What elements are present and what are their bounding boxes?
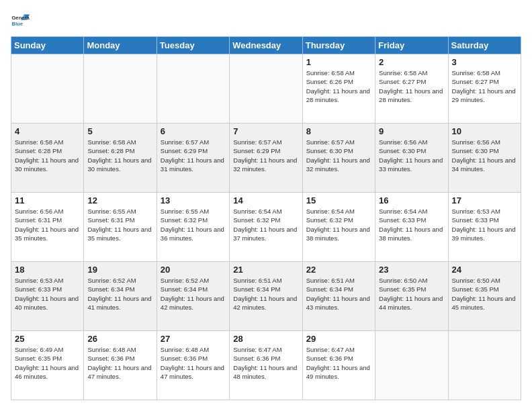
calendar-cell: 17Sunrise: 6:53 AM Sunset: 6:33 PM Dayli… [448, 193, 521, 262]
day-number: 28 [233, 334, 298, 344]
day-info: Sunrise: 6:52 AM Sunset: 6:34 PM Dayligh… [161, 276, 226, 312]
header: General Blue [11, 11, 521, 30]
day-number: 24 [452, 265, 517, 275]
calendar-cell: 24Sunrise: 6:50 AM Sunset: 6:35 PM Dayli… [448, 262, 521, 331]
svg-text:General: General [11, 15, 30, 21]
calendar-cell: 10Sunrise: 6:56 AM Sunset: 6:30 PM Dayli… [448, 124, 521, 193]
day-number: 21 [233, 265, 298, 275]
weekday-header: Monday [84, 37, 157, 54]
calendar-cell: 20Sunrise: 6:52 AM Sunset: 6:34 PM Dayli… [157, 262, 229, 331]
calendar-week-row: 4Sunrise: 6:58 AM Sunset: 6:28 PM Daylig… [11, 124, 521, 193]
calendar-cell: 23Sunrise: 6:50 AM Sunset: 6:35 PM Dayli… [375, 262, 448, 331]
calendar-cell [448, 331, 521, 400]
day-number: 3 [452, 57, 517, 67]
weekday-header: Thursday [302, 37, 375, 54]
day-number: 6 [161, 126, 226, 136]
calendar-cell: 7Sunrise: 6:57 AM Sunset: 6:29 PM Daylig… [230, 124, 302, 193]
svg-text:Blue: Blue [11, 21, 23, 27]
calendar-cell: 3Sunrise: 6:58 AM Sunset: 6:27 PM Daylig… [448, 54, 521, 124]
calendar-cell: 26Sunrise: 6:48 AM Sunset: 6:36 PM Dayli… [84, 331, 157, 400]
day-number: 29 [306, 334, 371, 344]
weekday-header: Wednesday [230, 37, 302, 54]
day-info: Sunrise: 6:47 AM Sunset: 6:36 PM Dayligh… [233, 345, 298, 381]
day-info: Sunrise: 6:50 AM Sunset: 6:35 PM Dayligh… [452, 276, 517, 312]
day-info: Sunrise: 6:51 AM Sunset: 6:34 PM Dayligh… [306, 276, 371, 312]
calendar-cell: 8Sunrise: 6:57 AM Sunset: 6:30 PM Daylig… [302, 124, 375, 193]
day-number: 12 [87, 195, 152, 205]
calendar-cell: 13Sunrise: 6:55 AM Sunset: 6:32 PM Dayli… [157, 193, 229, 262]
calendar-header-row: SundayMondayTuesdayWednesdayThursdayFrid… [11, 37, 521, 54]
day-info: Sunrise: 6:57 AM Sunset: 6:30 PM Dayligh… [306, 138, 371, 173]
calendar-cell: 16Sunrise: 6:54 AM Sunset: 6:33 PM Dayli… [375, 193, 448, 262]
day-info: Sunrise: 6:48 AM Sunset: 6:36 PM Dayligh… [161, 345, 226, 381]
day-info: Sunrise: 6:53 AM Sunset: 6:33 PM Dayligh… [15, 276, 80, 312]
calendar-cell: 29Sunrise: 6:47 AM Sunset: 6:36 PM Dayli… [302, 331, 375, 400]
day-info: Sunrise: 6:55 AM Sunset: 6:32 PM Dayligh… [161, 207, 226, 242]
calendar-cell [157, 54, 229, 124]
day-number: 1 [306, 57, 371, 67]
day-info: Sunrise: 6:53 AM Sunset: 6:33 PM Dayligh… [452, 207, 517, 242]
day-number: 14 [233, 195, 298, 205]
day-info: Sunrise: 6:51 AM Sunset: 6:34 PM Dayligh… [233, 276, 298, 312]
day-info: Sunrise: 6:54 AM Sunset: 6:33 PM Dayligh… [379, 207, 444, 242]
day-number: 15 [306, 195, 371, 205]
day-info: Sunrise: 6:58 AM Sunset: 6:28 PM Dayligh… [87, 138, 152, 173]
day-number: 26 [87, 334, 152, 344]
calendar-cell: 12Sunrise: 6:55 AM Sunset: 6:31 PM Dayli… [84, 193, 157, 262]
calendar-cell [375, 331, 448, 400]
calendar-cell: 22Sunrise: 6:51 AM Sunset: 6:34 PM Dayli… [302, 262, 375, 331]
day-info: Sunrise: 6:58 AM Sunset: 6:27 PM Dayligh… [379, 68, 444, 104]
day-info: Sunrise: 6:56 AM Sunset: 6:31 PM Dayligh… [15, 207, 80, 242]
day-number: 10 [452, 126, 517, 136]
day-number: 8 [306, 126, 371, 136]
day-info: Sunrise: 6:54 AM Sunset: 6:32 PM Dayligh… [233, 207, 298, 242]
calendar-week-row: 25Sunrise: 6:49 AM Sunset: 6:35 PM Dayli… [11, 331, 521, 400]
day-number: 18 [15, 265, 80, 275]
calendar-cell: 19Sunrise: 6:52 AM Sunset: 6:34 PM Dayli… [84, 262, 157, 331]
calendar-cell: 11Sunrise: 6:56 AM Sunset: 6:31 PM Dayli… [11, 193, 84, 262]
day-number: 17 [452, 195, 517, 205]
logo-icon: General Blue [11, 11, 30, 30]
day-number: 25 [15, 334, 80, 344]
day-number: 11 [15, 195, 80, 205]
calendar-cell: 4Sunrise: 6:58 AM Sunset: 6:28 PM Daylig… [11, 124, 84, 193]
day-info: Sunrise: 6:58 AM Sunset: 6:28 PM Dayligh… [15, 138, 80, 173]
calendar-cell: 25Sunrise: 6:49 AM Sunset: 6:35 PM Dayli… [11, 331, 84, 400]
calendar-cell [84, 54, 157, 124]
weekday-header: Saturday [448, 37, 521, 54]
calendar-cell: 2Sunrise: 6:58 AM Sunset: 6:27 PM Daylig… [375, 54, 448, 124]
day-info: Sunrise: 6:58 AM Sunset: 6:26 PM Dayligh… [306, 68, 371, 104]
calendar-cell: 21Sunrise: 6:51 AM Sunset: 6:34 PM Dayli… [230, 262, 302, 331]
day-number: 13 [161, 195, 226, 205]
day-number: 2 [379, 57, 444, 67]
day-number: 16 [379, 195, 444, 205]
day-number: 19 [87, 265, 152, 275]
day-number: 27 [161, 334, 226, 344]
calendar-cell: 14Sunrise: 6:54 AM Sunset: 6:32 PM Dayli… [230, 193, 302, 262]
day-info: Sunrise: 6:47 AM Sunset: 6:36 PM Dayligh… [306, 345, 371, 381]
calendar-cell [230, 54, 302, 124]
day-number: 4 [15, 126, 80, 136]
calendar-cell: 6Sunrise: 6:57 AM Sunset: 6:29 PM Daylig… [157, 124, 229, 193]
day-number: 5 [87, 126, 152, 136]
logo: General Blue [11, 11, 30, 30]
day-info: Sunrise: 6:49 AM Sunset: 6:35 PM Dayligh… [15, 345, 80, 381]
day-info: Sunrise: 6:56 AM Sunset: 6:30 PM Dayligh… [379, 138, 444, 173]
calendar-week-row: 1Sunrise: 6:58 AM Sunset: 6:26 PM Daylig… [11, 54, 521, 124]
day-info: Sunrise: 6:55 AM Sunset: 6:31 PM Dayligh… [87, 207, 152, 242]
day-number: 9 [379, 126, 444, 136]
calendar-week-row: 18Sunrise: 6:53 AM Sunset: 6:33 PM Dayli… [11, 262, 521, 331]
day-info: Sunrise: 6:58 AM Sunset: 6:27 PM Dayligh… [452, 68, 517, 104]
day-info: Sunrise: 6:57 AM Sunset: 6:29 PM Dayligh… [233, 138, 298, 173]
day-info: Sunrise: 6:56 AM Sunset: 6:30 PM Dayligh… [452, 138, 517, 173]
calendar-cell: 1Sunrise: 6:58 AM Sunset: 6:26 PM Daylig… [302, 54, 375, 124]
page: General Blue SundayMondayTuesdayWednesda… [0, 0, 532, 411]
day-info: Sunrise: 6:57 AM Sunset: 6:29 PM Dayligh… [161, 138, 226, 173]
day-number: 23 [379, 265, 444, 275]
calendar-cell [11, 54, 84, 124]
day-info: Sunrise: 6:54 AM Sunset: 6:32 PM Dayligh… [306, 207, 371, 242]
day-number: 7 [233, 126, 298, 136]
day-info: Sunrise: 6:52 AM Sunset: 6:34 PM Dayligh… [87, 276, 152, 312]
calendar-cell: 27Sunrise: 6:48 AM Sunset: 6:36 PM Dayli… [157, 331, 229, 400]
calendar-week-row: 11Sunrise: 6:56 AM Sunset: 6:31 PM Dayli… [11, 193, 521, 262]
